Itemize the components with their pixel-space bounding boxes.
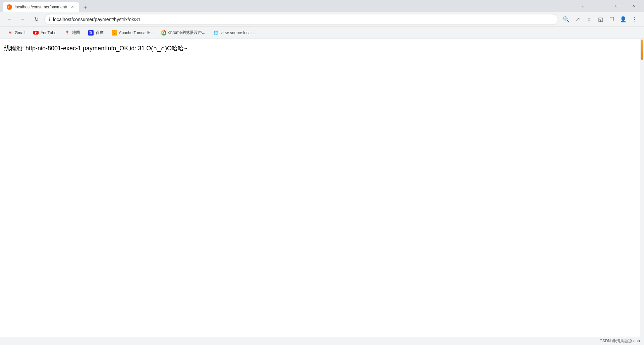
menu-icon[interactable]: ⋮ [629, 14, 640, 25]
youtube-favicon [33, 30, 39, 36]
bookmark-baidu-label: 百度 [96, 30, 104, 36]
profile-icon[interactable]: 👤 [618, 14, 629, 25]
globe-favicon: 🌐 [213, 30, 219, 36]
url-text: localhost/consumer/payment/hystrix/ok/31 [53, 17, 554, 22]
bookmark-star-icon[interactable]: ☆ [584, 14, 594, 25]
bookmark-maps-label: 地图 [72, 30, 80, 36]
active-tab[interactable]: ⊙ localhost/consumer/payment/ ✕ [3, 2, 79, 12]
tab-favicon: ⊙ [7, 4, 12, 10]
status-text: CSDN @清风微凉 aaa [599, 338, 640, 344]
bookmark-gmail[interactable]: M Gmail [4, 28, 29, 38]
bookmark-youtube-label: YouTube [41, 31, 56, 35]
bookmark-baidu[interactable]: 百 百度 [85, 28, 107, 38]
title-bar: ⊙ localhost/consumer/payment/ ✕ + ⌄ − □ … [0, 0, 644, 12]
close-button[interactable]: ✕ [626, 0, 641, 12]
reload-button[interactable]: ↻ [31, 14, 42, 25]
maximize-button[interactable]: □ [609, 0, 625, 12]
bookmark-youtube[interactable]: YouTube [30, 28, 60, 38]
maps-favicon: 📍 [65, 30, 70, 36]
share-icon[interactable]: ↗ [572, 14, 583, 25]
bookmark-view-source[interactable]: 🌐 view-source:local... [210, 28, 258, 38]
navigation-bar: ← → ↻ ℹ localhost/consumer/payment/hystr… [0, 12, 644, 27]
search-icon[interactable]: 🔍 [561, 14, 572, 25]
window-controls: ⌄ − □ ✕ [576, 0, 641, 12]
scrollbar[interactable] [640, 39, 644, 337]
bookmark-gmail-label: Gmail [15, 31, 25, 35]
chrome-labs-icon[interactable]: ☐ [606, 14, 617, 25]
bookmarks-bar: M Gmail YouTube 📍 地图 百 百度 🐱 Apache Tomca… [0, 27, 644, 39]
bookmark-chrome-sound[interactable]: chrome浏览器没声... [158, 28, 209, 38]
minimize-button[interactable]: − [592, 0, 608, 12]
bookmark-view-source-label: view-source:local... [221, 31, 255, 35]
status-bar: CSDN @清风微凉 aaa [0, 337, 644, 345]
new-tab-button[interactable]: + [80, 3, 90, 12]
forward-button[interactable]: → [17, 14, 28, 25]
bookmark-maps[interactable]: 📍 地图 [61, 28, 84, 38]
bookmark-tomcat-label: Apache Tomcat®... [119, 31, 153, 35]
nav-right-icons: 🔍 ↗ ☆ ◱ ☐ 👤 ⋮ [561, 14, 640, 25]
tab-area: ⊙ localhost/consumer/payment/ ✕ + [3, 0, 573, 12]
extensions-icon[interactable]: ◱ [595, 14, 606, 25]
page-text: 线程池: http-nio-8001-exec-1 paymentInfo_OK… [4, 45, 187, 52]
back-button[interactable]: ← [4, 14, 15, 25]
baidu-favicon: 百 [88, 30, 94, 36]
tab-title: localhost/consumer/payment/ [15, 5, 67, 9]
tab-close-button[interactable]: ✕ [70, 4, 75, 10]
address-bar[interactable]: ℹ localhost/consumer/payment/hystrix/ok/… [44, 14, 558, 25]
bookmark-chrome-label: chrome浏览器没声... [168, 30, 205, 36]
bookmark-tomcat[interactable]: 🐱 Apache Tomcat®... [108, 28, 156, 38]
security-icon: ℹ [49, 17, 50, 22]
page-content: 线程池: http-nio-8001-exec-1 paymentInfo_OK… [0, 39, 644, 58]
gmail-favicon: M [7, 30, 13, 36]
scrollbar-thumb[interactable] [641, 40, 643, 60]
collapse-button[interactable]: ⌄ [576, 0, 591, 12]
tomcat-favicon: 🐱 [112, 30, 117, 36]
chrome-favicon [161, 30, 166, 36]
